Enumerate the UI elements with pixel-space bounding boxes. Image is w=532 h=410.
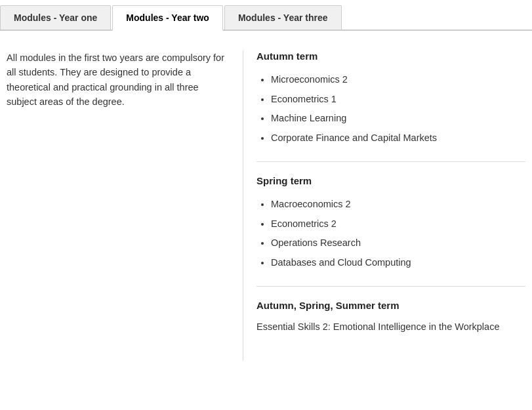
list-item: Operations Research bbox=[271, 234, 525, 253]
content-area: All modules in the first two years are c… bbox=[0, 31, 532, 374]
spring-term-title: Spring term bbox=[256, 175, 525, 186]
list-item: Machine Learning bbox=[271, 110, 525, 128]
left-panel: All modules in the first two years are c… bbox=[7, 51, 230, 361]
all-terms-title: Autumn, Spring, Summer term bbox=[256, 300, 525, 311]
tab-year-three[interactable]: Modules - Year three bbox=[224, 5, 342, 30]
autumn-term-section: Autumn term Microeconomics 2 Econometric… bbox=[256, 51, 525, 162]
list-item: Microeconomics 2 bbox=[271, 71, 525, 89]
list-item: Macroeconomics 2 bbox=[271, 195, 525, 214]
tab-year-two[interactable]: Modules - Year two bbox=[112, 5, 223, 31]
description-text: All modules in the first two years are c… bbox=[7, 51, 230, 110]
autumn-module-list: Microeconomics 2 Econometrics 1 Machine … bbox=[256, 71, 525, 147]
all-terms-section: Autumn, Spring, Summer term Essential Sk… bbox=[256, 300, 525, 348]
list-item: Databases and Cloud Computing bbox=[271, 254, 525, 272]
autumn-term-title: Autumn term bbox=[256, 51, 525, 62]
essential-skills-text: Essential Skills 2: Emotional Intelligen… bbox=[256, 320, 525, 335]
spring-term-section: Spring term Macroeconomics 2 Econometric… bbox=[256, 175, 525, 287]
tab-year-one[interactable]: Modules - Year one bbox=[0, 5, 111, 30]
right-panel: Autumn term Microeconomics 2 Econometric… bbox=[243, 51, 525, 361]
tabs-bar: Modules - Year one Modules - Year two Mo… bbox=[0, 0, 532, 31]
list-item: Econometrics 2 bbox=[271, 215, 525, 234]
list-item: Econometrics 1 bbox=[271, 91, 525, 109]
list-item: Corporate Finance and Capital Markets bbox=[271, 129, 525, 148]
spring-module-list: Macroeconomics 2 Econometrics 2 Operatio… bbox=[256, 195, 525, 272]
